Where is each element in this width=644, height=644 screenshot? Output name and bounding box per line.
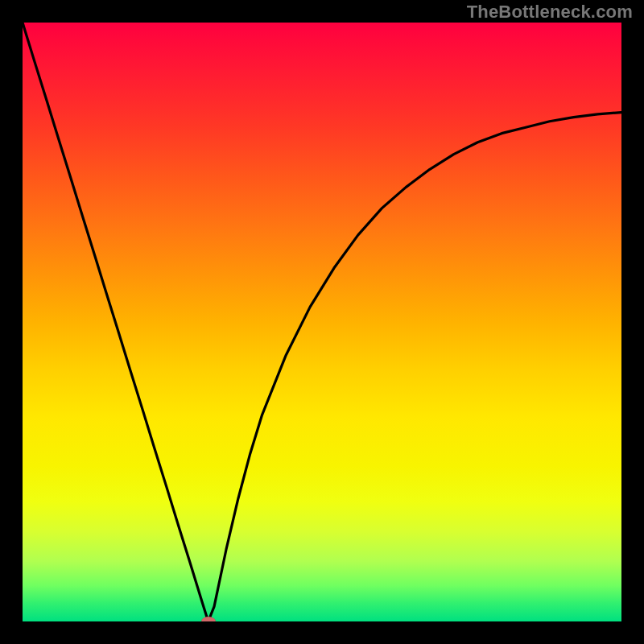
watermark-text: TheBottleneck.com xyxy=(467,2,633,23)
curve-svg xyxy=(23,23,621,621)
minimum-marker xyxy=(201,617,216,621)
bottleneck-curve xyxy=(23,23,621,621)
plot-area xyxy=(23,23,621,621)
chart-frame: TheBottleneck.com xyxy=(0,0,644,644)
